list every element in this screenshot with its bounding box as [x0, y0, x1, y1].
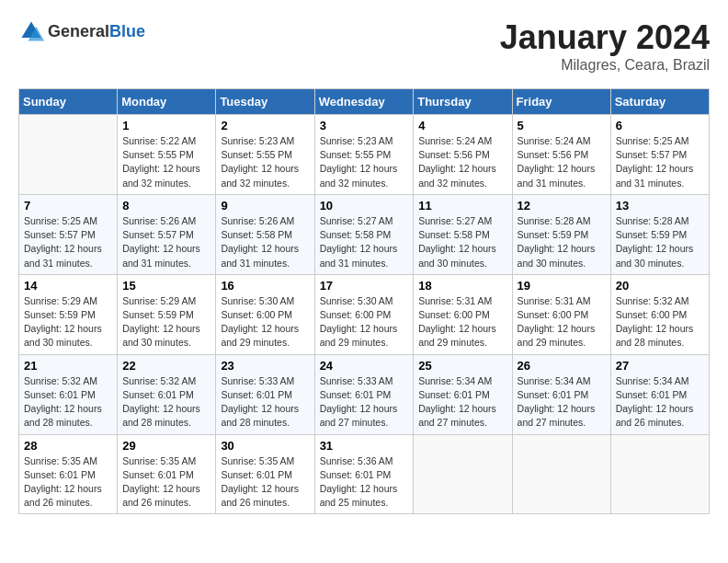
day-info: Sunrise: 5:24 AM Sunset: 5:56 PM Dayligh… — [518, 134, 606, 190]
page-header: GeneralBlue January 2024 Milagres, Ceara… — [18, 18, 710, 74]
day-info: Sunrise: 5:36 AM Sunset: 6:01 PM Dayligh… — [320, 454, 409, 511]
calendar-cell: 16Sunrise: 5:30 AM Sunset: 6:00 PM Dayli… — [216, 274, 314, 354]
day-info: Sunrise: 5:34 AM Sunset: 6:01 PM Dayligh… — [418, 374, 506, 431]
day-info: Sunrise: 5:33 AM Sunset: 6:01 PM Dayligh… — [221, 374, 309, 431]
day-number: 8 — [122, 199, 210, 213]
calendar-cell: 31Sunrise: 5:36 AM Sunset: 6:01 PM Dayli… — [314, 434, 414, 514]
calendar-week-row: 21Sunrise: 5:32 AM Sunset: 6:01 PM Dayli… — [19, 354, 710, 434]
calendar-cell: 20Sunrise: 5:32 AM Sunset: 6:00 PM Dayli… — [610, 274, 709, 354]
day-number: 1 — [122, 119, 210, 132]
calendar-cell: 14Sunrise: 5:29 AM Sunset: 5:59 PM Dayli… — [19, 274, 118, 354]
calendar-week-row: 7Sunrise: 5:25 AM Sunset: 5:57 PM Daylig… — [19, 194, 710, 274]
day-info: Sunrise: 5:34 AM Sunset: 6:01 PM Dayligh… — [616, 374, 704, 431]
day-number: 17 — [320, 279, 409, 293]
day-info: Sunrise: 5:25 AM Sunset: 5:57 PM Dayligh… — [616, 134, 704, 190]
day-info: Sunrise: 5:33 AM Sunset: 6:01 PM Dayligh… — [320, 374, 409, 431]
weekday-header: Tuesday — [216, 89, 314, 115]
day-info: Sunrise: 5:32 AM Sunset: 6:01 PM Dayligh… — [122, 374, 210, 431]
day-number: 7 — [24, 199, 112, 213]
day-info: Sunrise: 5:29 AM Sunset: 5:59 PM Dayligh… — [122, 294, 210, 350]
weekday-header: Thursday — [414, 89, 512, 115]
day-number: 21 — [24, 359, 112, 373]
calendar-cell: 17Sunrise: 5:30 AM Sunset: 6:00 PM Dayli… — [314, 274, 414, 354]
day-number: 9 — [221, 199, 309, 213]
day-number: 2 — [221, 119, 309, 132]
calendar-week-row: 1Sunrise: 5:22 AM Sunset: 5:55 PM Daylig… — [19, 115, 710, 195]
calendar-cell: 25Sunrise: 5:34 AM Sunset: 6:01 PM Dayli… — [414, 354, 512, 434]
calendar-cell — [610, 434, 709, 514]
calendar-cell: 1Sunrise: 5:22 AM Sunset: 5:55 PM Daylig… — [118, 115, 216, 195]
day-number: 10 — [320, 199, 409, 213]
day-info: Sunrise: 5:34 AM Sunset: 6:01 PM Dayligh… — [518, 374, 606, 431]
day-number: 30 — [221, 439, 309, 453]
calendar-week-row: 28Sunrise: 5:35 AM Sunset: 6:01 PM Dayli… — [19, 434, 710, 514]
calendar-cell: 7Sunrise: 5:25 AM Sunset: 5:57 PM Daylig… — [19, 194, 118, 274]
title-block: January 2024 Milagres, Ceara, Brazil — [500, 18, 710, 74]
weekday-header: Wednesday — [314, 89, 414, 115]
day-number: 3 — [320, 119, 409, 132]
weekday-header: Monday — [118, 89, 216, 115]
calendar-cell: 2Sunrise: 5:23 AM Sunset: 5:55 PM Daylig… — [216, 115, 314, 195]
weekday-header: Friday — [512, 89, 610, 115]
calendar-cell — [512, 434, 610, 514]
calendar-cell: 28Sunrise: 5:35 AM Sunset: 6:01 PM Dayli… — [19, 434, 118, 514]
day-info: Sunrise: 5:32 AM Sunset: 6:00 PM Dayligh… — [616, 294, 704, 350]
day-info: Sunrise: 5:31 AM Sunset: 6:00 PM Dayligh… — [418, 294, 506, 350]
day-info: Sunrise: 5:26 AM Sunset: 5:58 PM Dayligh… — [221, 214, 309, 270]
calendar-cell: 12Sunrise: 5:28 AM Sunset: 5:59 PM Dayli… — [512, 194, 610, 274]
day-number: 26 — [518, 359, 606, 373]
day-info: Sunrise: 5:24 AM Sunset: 5:56 PM Dayligh… — [418, 134, 506, 190]
day-number: 11 — [418, 199, 506, 213]
calendar-cell: 19Sunrise: 5:31 AM Sunset: 6:00 PM Dayli… — [512, 274, 610, 354]
calendar-cell: 4Sunrise: 5:24 AM Sunset: 5:56 PM Daylig… — [414, 115, 512, 195]
logo-blue: Blue — [109, 22, 145, 40]
day-number: 12 — [518, 199, 606, 213]
day-info: Sunrise: 5:25 AM Sunset: 5:57 PM Dayligh… — [24, 214, 112, 270]
day-number: 4 — [418, 119, 506, 132]
calendar-cell: 23Sunrise: 5:33 AM Sunset: 6:01 PM Dayli… — [216, 354, 314, 434]
calendar-cell: 11Sunrise: 5:27 AM Sunset: 5:58 PM Dayli… — [414, 194, 512, 274]
day-info: Sunrise: 5:31 AM Sunset: 6:00 PM Dayligh… — [518, 294, 606, 350]
day-info: Sunrise: 5:32 AM Sunset: 6:01 PM Dayligh… — [24, 374, 112, 431]
logo: GeneralBlue — [18, 18, 145, 44]
calendar-cell: 3Sunrise: 5:23 AM Sunset: 5:55 PM Daylig… — [314, 115, 414, 195]
calendar-cell: 6Sunrise: 5:25 AM Sunset: 5:57 PM Daylig… — [610, 115, 709, 195]
day-info: Sunrise: 5:35 AM Sunset: 6:01 PM Dayligh… — [221, 454, 309, 511]
day-number: 28 — [24, 439, 112, 453]
calendar-cell: 30Sunrise: 5:35 AM Sunset: 6:01 PM Dayli… — [216, 434, 314, 514]
calendar-title: January 2024 — [500, 18, 710, 57]
logo-general: General — [48, 22, 109, 40]
day-info: Sunrise: 5:27 AM Sunset: 5:58 PM Dayligh… — [418, 214, 506, 270]
day-info: Sunrise: 5:26 AM Sunset: 5:57 PM Dayligh… — [122, 214, 210, 270]
day-number: 31 — [320, 439, 409, 453]
day-number: 25 — [418, 359, 506, 373]
calendar-cell: 9Sunrise: 5:26 AM Sunset: 5:58 PM Daylig… — [216, 194, 314, 274]
day-number: 22 — [122, 359, 210, 373]
day-number: 23 — [221, 359, 309, 373]
calendar-cell: 29Sunrise: 5:35 AM Sunset: 6:01 PM Dayli… — [118, 434, 216, 514]
calendar-cell: 21Sunrise: 5:32 AM Sunset: 6:01 PM Dayli… — [19, 354, 118, 434]
day-info: Sunrise: 5:28 AM Sunset: 5:59 PM Dayligh… — [616, 214, 704, 270]
day-number: 15 — [122, 279, 210, 293]
weekday-header: Saturday — [610, 89, 709, 115]
day-info: Sunrise: 5:30 AM Sunset: 6:00 PM Dayligh… — [320, 294, 409, 350]
calendar-cell: 10Sunrise: 5:27 AM Sunset: 5:58 PM Dayli… — [314, 194, 414, 274]
day-info: Sunrise: 5:23 AM Sunset: 5:55 PM Dayligh… — [221, 134, 309, 190]
weekday-header-row: SundayMondayTuesdayWednesdayThursdayFrid… — [19, 89, 710, 115]
calendar-cell: 18Sunrise: 5:31 AM Sunset: 6:00 PM Dayli… — [414, 274, 512, 354]
day-number: 29 — [122, 439, 210, 453]
calendar-cell: 15Sunrise: 5:29 AM Sunset: 5:59 PM Dayli… — [118, 274, 216, 354]
day-info: Sunrise: 5:22 AM Sunset: 5:55 PM Dayligh… — [122, 134, 210, 190]
day-number: 14 — [24, 279, 112, 293]
day-number: 27 — [616, 359, 704, 373]
day-number: 18 — [418, 279, 506, 293]
calendar-cell: 24Sunrise: 5:33 AM Sunset: 6:01 PM Dayli… — [314, 354, 414, 434]
calendar-cell: 5Sunrise: 5:24 AM Sunset: 5:56 PM Daylig… — [512, 115, 610, 195]
day-number: 16 — [221, 279, 309, 293]
day-number: 6 — [616, 119, 704, 132]
calendar-cell: 22Sunrise: 5:32 AM Sunset: 6:01 PM Dayli… — [118, 354, 216, 434]
calendar-cell — [414, 434, 512, 514]
day-info: Sunrise: 5:28 AM Sunset: 5:59 PM Dayligh… — [518, 214, 606, 270]
calendar-cell: 26Sunrise: 5:34 AM Sunset: 6:01 PM Dayli… — [512, 354, 610, 434]
day-number: 24 — [320, 359, 409, 373]
